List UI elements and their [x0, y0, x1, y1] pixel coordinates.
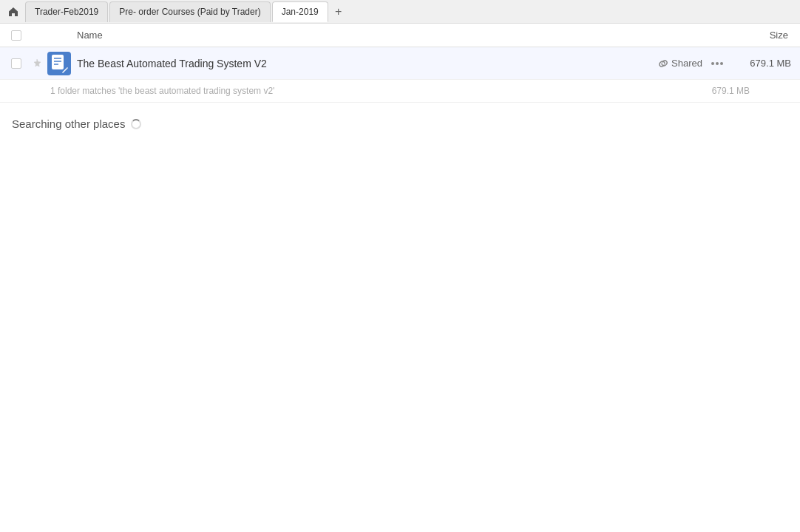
searching-text: Searching other places — [12, 117, 125, 130]
column-header-row: Name Size — [0, 24, 800, 47]
column-name-header: Name — [77, 30, 720, 41]
tab-trader-feb2019[interactable]: Trader-Feb2019 — [25, 1, 108, 22]
match-info-text: 1 folder matches 'the beast automated tr… — [50, 86, 274, 96]
tab-pre-order-courses[interactable]: Pre- order Courses (Paid by Trader) — [109, 1, 270, 22]
file-checkbox[interactable] — [11, 58, 21, 69]
dot2 — [716, 62, 719, 65]
searching-label: Searching other places — [12, 117, 788, 130]
link-icon — [658, 58, 668, 69]
match-info-size: 679.1 MB — [712, 86, 750, 96]
select-all-checkbox[interactable] — [11, 30, 21, 41]
file-size-label: 679.1 MB — [735, 58, 794, 69]
star-button[interactable] — [27, 58, 47, 69]
file-name-label: The Beast Automated Trading System V2 — [77, 58, 658, 69]
dot3 — [720, 62, 723, 65]
home-tab[interactable] — [3, 1, 24, 22]
pencil-icon — [61, 66, 69, 73]
dot1 — [711, 62, 714, 65]
file-checkbox-col — [6, 58, 27, 69]
column-size-header: Size — [720, 30, 794, 41]
searching-section: Searching other places — [0, 103, 800, 145]
shared-label: Shared — [671, 58, 702, 69]
loading-spinner — [131, 119, 141, 129]
file-type-icon — [47, 52, 71, 75]
match-info-row: 1 folder matches 'the beast automated tr… — [0, 80, 800, 103]
header-checkbox-col — [6, 30, 27, 41]
star-icon — [32, 58, 42, 69]
file-row[interactable]: The Beast Automated Trading System V2 Sh… — [0, 47, 800, 80]
more-actions-button[interactable] — [711, 62, 723, 65]
home-icon — [8, 7, 18, 17]
tab-bar: Trader-Feb2019 Pre- order Courses (Paid … — [0, 0, 800, 24]
add-tab-button[interactable]: + — [330, 3, 348, 21]
tab-jan-2019[interactable]: Jan-2019 — [272, 1, 328, 22]
shared-badge: Shared — [658, 58, 702, 69]
